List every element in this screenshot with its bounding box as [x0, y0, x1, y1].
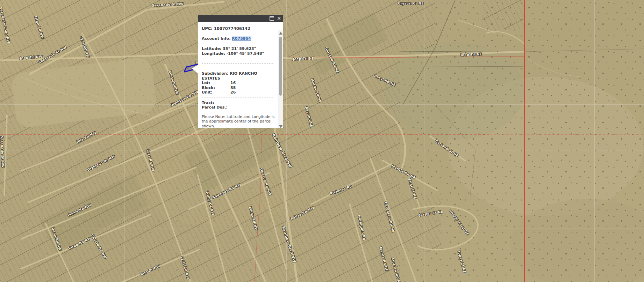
parcel-fields: Lot:16Block:55Unit:26	[202, 81, 274, 95]
popup-content: UPC: 1007077406142 Account Info: R075954…	[198, 22, 283, 128]
parcel-des-label: Parcel Des.:	[202, 105, 274, 110]
account-info-row: Account Info: R075954	[202, 36, 274, 41]
maximize-window-icon[interactable]	[270, 16, 274, 21]
account-info-link[interactable]: R075954	[232, 36, 251, 41]
parcel-info-popup: ✕ UPC: 1007077406142 Account Info: R0759…	[198, 15, 283, 128]
field-value: 16	[230, 81, 236, 86]
dashed-divider: -------------------------------	[202, 62, 274, 66]
divider-line	[202, 33, 274, 33]
parcel-field-row: Block:55	[202, 86, 274, 90]
field-label: Unit:	[202, 90, 230, 95]
gis-map-viewer: Serenade St NWCrystal Ct NESerenade Loop…	[0, 0, 644, 282]
upc-value: UPC: 1007077406142	[202, 26, 274, 31]
scrollbar-thumb[interactable]	[279, 37, 282, 96]
map-viewport[interactable]	[0, 0, 644, 282]
scroll-down-arrow-icon[interactable]	[279, 125, 282, 128]
tract-label: Tract:	[202, 101, 274, 105]
parcel-field-row: Unit:26	[202, 90, 274, 95]
parcel-field-row: Lot:16	[202, 81, 274, 86]
field-value: 55	[230, 86, 236, 90]
longitude-value: Longitude: -106° 45' 57.548"	[202, 51, 274, 56]
scroll-up-arrow-icon[interactable]	[279, 32, 282, 35]
popup-titlebar: ✕	[198, 15, 283, 22]
account-info-label: Account Info:	[202, 36, 232, 41]
note-text: Please Note: Latitude and Longitude is t…	[202, 114, 277, 128]
latitude-value: Latitude: 35° 21' 59.623"	[202, 46, 274, 51]
popup-scrollbar[interactable]	[278, 30, 283, 128]
subdivision-value: Subdivision: RIO RANCHO ESTATES	[202, 71, 270, 81]
field-label: Block:	[202, 86, 230, 90]
field-value: 26	[230, 90, 236, 95]
field-label: Lot:	[202, 81, 230, 86]
close-icon[interactable]: ✕	[277, 16, 281, 21]
dashed-divider-2: -------------------------------	[202, 95, 274, 99]
